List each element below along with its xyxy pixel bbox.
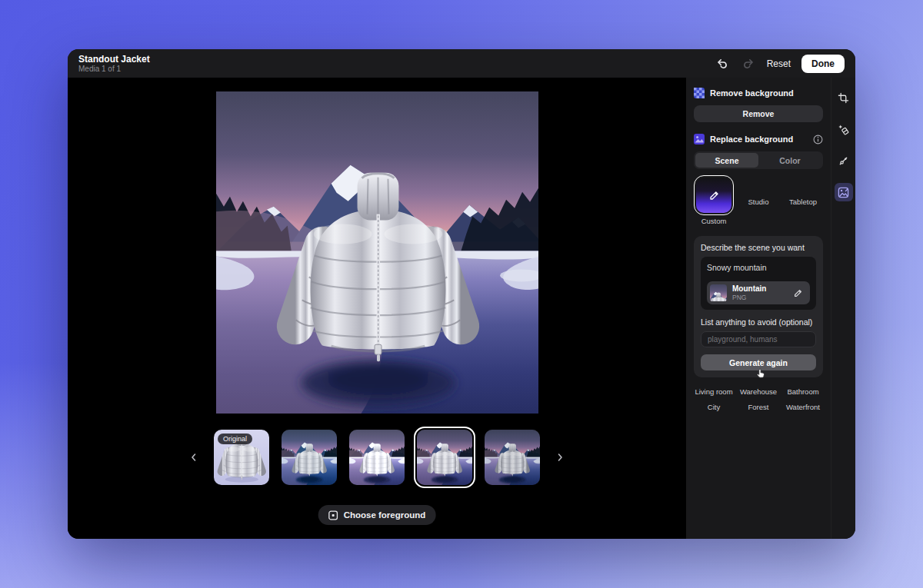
avoid-input[interactable] [701,331,816,347]
tool-magic-eraser[interactable] [835,120,853,138]
edit-sidebar: Remove background Remove Replace backgro… [686,78,831,539]
canvas-image [216,91,538,414]
style-card-studio[interactable]: Studio [738,178,778,225]
replace-background-icon [694,134,705,145]
chevron-right-icon [555,453,565,462]
adjust-wand-icon [838,155,849,167]
replace-info-button[interactable] [813,135,823,145]
crop-icon [838,92,849,104]
done-button[interactable]: Done [801,55,845,73]
style-card-tabletop[interactable]: Tabletop [783,178,823,225]
pencil-icon [708,190,720,201]
reset-button[interactable]: Reset [767,58,791,69]
undo-button[interactable] [715,56,730,71]
editor-window: Standout Jacket Media 1 of 1 Reset Done [68,49,855,539]
preset-label: Living room [694,387,734,396]
media-counter: Media 1 of 1 [78,65,150,74]
thumbnail-strip: Original [68,430,686,485]
choose-foreground-button[interactable]: Choose foreground [318,505,436,525]
preset-label: Bathroom [783,387,823,396]
attachment-edit-button[interactable] [791,287,805,300]
topbar: Standout Jacket Media 1 of 1 Reset Done [68,49,855,78]
redo-icon [742,58,755,70]
thumbnails-next-button[interactable] [552,450,568,465]
foreground-target-icon [328,510,338,520]
preset-label: Forest [738,403,778,411]
attachment-name: Mountain [732,284,766,294]
tool-replace-background[interactable] [835,183,853,201]
thumbnails-prev-button[interactable] [186,450,202,465]
info-icon [813,135,823,145]
generate-again-button[interactable]: Generate again [701,354,816,370]
avoid-label: List anything to avoid (optional) [701,317,816,327]
thumbnail-variant-4[interactable] [485,430,540,485]
replace-background-title: Replace background [710,135,793,144]
preset-warehouse[interactable]: Warehouse [738,387,778,396]
preset-waterfront[interactable]: Waterfront [783,403,823,411]
scene-prompt-input[interactable]: Snowy mountain Mountain PNG [701,257,816,310]
thumbnail-variant-2[interactable] [349,430,405,485]
redo-button[interactable] [741,56,756,71]
preset-label: Waterfront [783,403,823,411]
undo-icon [716,58,728,70]
tab-color[interactable]: Color [758,153,821,168]
preset-label: City [694,403,734,411]
preset-city[interactable]: City [694,403,734,411]
magic-eraser-icon [838,124,849,135]
tool-crop[interactable] [835,88,853,107]
preset-forest[interactable]: Forest [738,403,778,411]
tab-scene[interactable]: Scene [695,153,758,168]
attachment-chip[interactable]: Mountain PNG [707,281,810,304]
background-mode-tabs: Scene Color [694,151,823,169]
replace-background-tool-icon [838,187,849,198]
style-card-label: Tabletop [783,198,823,206]
tool-rail [831,78,855,539]
style-card-custom[interactable]: Custom [694,178,734,225]
canvas-area: Original Choos [68,78,686,539]
original-badge: Original [218,434,252,444]
tool-adjust[interactable] [835,151,853,170]
remove-button[interactable]: Remove [694,105,823,122]
title-block: Standout Jacket Media 1 of 1 [78,54,150,74]
thumbnail-variant-1[interactable] [282,430,337,485]
remove-background-icon [694,88,705,98]
preset-bathroom[interactable]: Bathroom [783,387,823,396]
style-cards: Custom Studio Tabletop [694,178,823,225]
generate-again-label: Generate again [729,358,788,367]
pencil-icon [793,288,803,298]
page-title: Standout Jacket [78,54,150,65]
remove-background-title: Remove background [710,88,794,98]
thumbnail-original[interactable]: Original [214,430,269,485]
preset-living-room[interactable]: Living room [694,387,734,396]
describe-label: Describe the scene you want [701,243,816,252]
scene-preset-grid: Living room Warehouse Bathroom City Fore… [694,387,823,411]
preset-label: Warehouse [738,387,778,396]
style-card-label: Studio [738,198,778,206]
style-card-label: Custom [694,217,734,225]
attachment-type: PNG [732,294,766,301]
attachment-thumbnail [710,284,727,301]
scene-prompt-value: Snowy mountain [707,263,810,272]
chevron-left-icon [189,453,198,462]
choose-foreground-label: Choose foreground [344,510,426,520]
describe-scene-panel: Describe the scene you want Snowy mounta… [694,236,823,377]
hand-cursor-icon [755,368,767,380]
thumbnail-variant-3-selected[interactable] [417,430,472,485]
